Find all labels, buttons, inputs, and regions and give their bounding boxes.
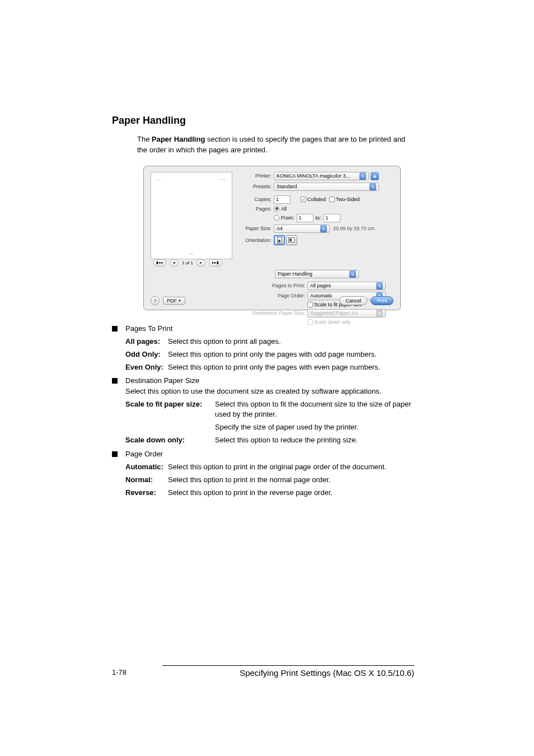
orientation-landscape-button[interactable] [286,235,297,245]
term-all-pages: All pages [125,337,158,346]
pager-last-button[interactable]: ▸▸▮ [209,259,222,267]
collated-label: Collated [307,197,326,202]
desc-scale-to-fit: Select this option to fit the document s… [215,399,414,419]
bullet-page-order: Page Order [125,449,414,459]
pages-label: Pages: [240,206,274,212]
orientation-label: Orientation: [240,237,274,243]
two-sided-checkbox[interactable]: Two-Sided [329,197,360,202]
presets-select[interactable]: Standard ⇅ [274,183,379,191]
term-automatic: Automatic [125,463,161,471]
chevron-updown-icon: ⇅ [376,310,383,317]
desc-even-only: Select this option to print only the pag… [168,362,414,372]
orientation-portrait-button[interactable] [274,235,285,245]
term-even-only: Even Only [125,363,161,371]
intro-paragraph: The Paper Handling section is used to sp… [137,134,414,156]
dest-paper-size-select: Suggested Paper: A4 ⇅ [307,309,386,318]
term-reverse: Reverse [125,488,154,497]
papersize-dim: 20.99 by 29.70 cm [333,226,374,231]
pdf-label: PDF [167,298,177,304]
preview-pane: ——— — [151,172,232,259]
preview-pager: ▮◂◂ ◂ 1 of 1 ▸ ▸▸▮ [153,259,394,267]
pager-first-button[interactable]: ▮◂◂ [153,259,166,267]
desc-scale-down-only: Select this option to reduce the printin… [215,435,414,445]
chevron-updown-icon: ⇅ [349,270,356,278]
pages-to-print-select[interactable]: All pages ⇅ [307,282,386,290]
papersize-select[interactable]: A4 ⇅ [274,225,330,233]
page-number: 1-78 [112,668,127,678]
printer-status-button[interactable]: ▲ [371,172,379,180]
footer-rule [162,665,414,666]
chevron-down-icon: ▼ [178,299,181,302]
bullet-icon [112,378,118,384]
section-heading: Paper Handling [112,115,414,127]
term-scale-to-fit: Scale to fit paper size [125,400,200,408]
dest-paper-size-label: Destination Paper Size: [240,310,307,316]
bullet-icon [112,326,118,332]
pager-text: 1 of 1 [182,260,193,265]
help-button[interactable]: ? [151,296,160,305]
printer-label: Printer: [240,173,274,179]
pager-next-button[interactable]: ▸ [196,259,205,267]
bullet-pages-to-print: Pages To Print [125,324,414,334]
presets-label: Presets: [240,184,274,189]
copies-label: Copies: [240,197,274,202]
chevron-updown-icon: ⇅ [320,225,327,232]
collated-checkbox[interactable]: ✓Collated [301,197,326,202]
pages-to-input[interactable]: 1 [324,214,340,222]
copies-input[interactable]: 1 [274,195,291,204]
desc-odd-only: Select this option to print only the pag… [168,349,414,360]
two-sided-label: Two-Sided [336,197,360,202]
papersize-value: A4 [277,226,283,231]
papersize-label: Paper Size: [240,226,274,231]
panel-select[interactable]: Paper Handling ⇅ [275,270,359,278]
print-dialog: ——— — Printer: KONICA MINOLTA magicolor … [143,166,401,310]
pdf-button[interactable]: PDF▼ [163,297,185,305]
term-scale-down-only: Scale down only [125,436,182,444]
chevron-updown-icon: ⇅ [369,183,376,190]
pages-to-print-label: Pages to Print: [240,283,307,288]
pages-to-print-value: All pages [310,283,331,288]
presets-value: Standard [277,184,297,189]
print-button[interactable]: Print [371,296,394,305]
printer-select[interactable]: KONICA MINOLTA magicolor 3... ⇅ [274,172,369,180]
bullet-icon [112,451,118,457]
footer-title: Specifying Print Settings (Mac OS X 10.5… [240,668,414,678]
pages-from-label: From: [281,215,294,221]
pages-from-input[interactable]: 1 [297,214,313,222]
pages-to-label: to: [316,215,321,221]
dest-paper-size-value: Suggested Paper: A4 [310,310,358,316]
desc-normal: Select this option to print in the norma… [168,475,414,485]
desc-scale-to-fit-extra: Specify the size of paper used by the pr… [215,422,414,432]
chevron-updown-icon: ⇅ [359,172,366,180]
intro-pre: The [137,135,152,143]
pages-from-radio[interactable] [274,215,279,221]
desc-reverse: Select this option to print in the rever… [168,488,414,498]
desc-all-pages: Select this option to print all pages. [168,337,414,347]
scale-down-only-label: Scale down only [314,319,351,325]
pages-all-radio[interactable] [274,206,279,212]
chevron-updown-icon: ⇅ [376,282,383,290]
term-normal: Normal [125,475,151,484]
intro-bold: Paper Handling [152,135,205,143]
scale-down-only-checkbox: Scale down only [307,319,351,325]
desc-automatic: Select this option to print in the origi… [168,462,414,472]
preview-box: ——— [154,176,228,249]
dest-paper-size-intro: Select this option to use the document s… [125,386,414,396]
pages-all-label: All [281,206,287,212]
term-odd-only: Odd Only [125,350,158,358]
printer-value: KONICA MINOLTA magicolor 3... [277,173,350,179]
panel-select-value: Paper Handling [278,271,312,277]
pager-prev-button[interactable]: ◂ [170,259,179,267]
bullet-dest-paper-size: Destination Paper Size [125,376,414,386]
cancel-button[interactable]: Cancel [339,296,367,305]
